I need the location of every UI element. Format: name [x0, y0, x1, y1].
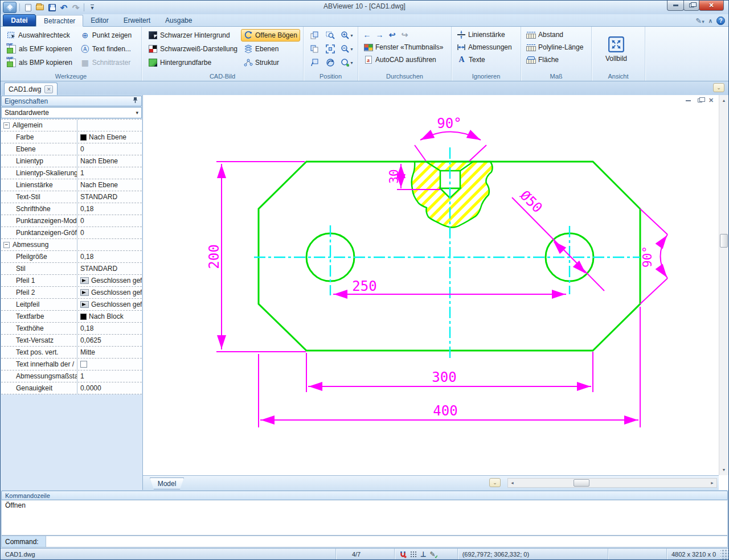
property-value[interactable]: 0 — [77, 143, 142, 155]
collapse-icon[interactable]: − — [3, 242, 10, 248]
property-value[interactable]: Nach Ebene — [77, 179, 142, 191]
auswahlrechteck-button[interactable]: Auswahlrechteck — [4, 29, 75, 42]
fit-to-window-button[interactable] — [323, 43, 338, 55]
rotate-angle-button[interactable] — [306, 56, 323, 69]
checkbox[interactable] — [80, 361, 87, 368]
help-button[interactable]: ? — [716, 17, 725, 25]
property-value[interactable]: 1 — [77, 370, 142, 382]
undo-button[interactable]: ↶ — [59, 3, 69, 13]
redo-button[interactable]: ↷ — [71, 3, 81, 13]
snap-magnet-icon[interactable] — [399, 551, 407, 558]
zoom-extents-button[interactable]: ▾ — [338, 56, 356, 69]
fenster-thumbnails-button[interactable]: Fenster «Thumbnails» — [361, 41, 449, 53]
previous-view-button[interactable]: ← — [362, 30, 372, 40]
schnittraster-button[interactable]: ▦ Schnittraster — [77, 56, 134, 69]
model-tab[interactable]: Model — [150, 477, 184, 489]
vertical-scroll-thumb[interactable] — [720, 234, 728, 248]
open-file-button[interactable] — [35, 3, 45, 13]
als-emf-kopieren-button[interactable]: EMF als EMF kopieren — [4, 43, 75, 55]
property-value[interactable]: Geschlossen gefüll — [77, 299, 142, 310]
texte-button[interactable]: A Texte — [454, 53, 518, 66]
abmessungen-button[interactable]: Abmessungen — [454, 41, 518, 53]
resize-grip[interactable] — [720, 549, 728, 560]
collapse-icon[interactable]: − — [3, 122, 10, 129]
save-button[interactable] — [47, 3, 57, 13]
scroll-down-icon[interactable]: ▼ — [719, 466, 728, 474]
jump-forward-button[interactable]: ↪ — [399, 30, 410, 40]
pen-settings-button[interactable]: ✎▾ — [695, 17, 704, 25]
minimize-button[interactable] — [667, 1, 684, 11]
drawing-canvas[interactable]: 200 90° 30 Ø50 90° 250 300 400 ✕ ▲ ▼ — [143, 95, 728, 490]
preset-dropdown[interactable]: Standardwerte ▾ — [1, 107, 142, 118]
tab-list-chevron-button[interactable]: ⌄ — [713, 83, 724, 92]
layout-list-chevron-button[interactable]: ⌄ — [489, 478, 501, 487]
new-file-button[interactable] — [23, 3, 33, 13]
property-value[interactable] — [77, 359, 142, 370]
property-value[interactable]: Geschlossen gefüll — [77, 275, 142, 286]
pan-view-button[interactable] — [323, 56, 338, 69]
pin-icon[interactable] — [132, 97, 138, 105]
horizontal-scroll-thumb[interactable] — [574, 479, 589, 487]
punkt-zeigen-button[interactable]: ⊕ Punkt zeigen — [77, 29, 134, 42]
property-section-header[interactable]: −Abmessung — [1, 238, 142, 250]
text-finden-button[interactable]: Ⓐ Text finden... — [77, 43, 134, 55]
command-input[interactable] — [46, 536, 727, 547]
property-value[interactable]: Nach Ebene — [77, 131, 142, 143]
child-close-button[interactable]: ✕ — [707, 97, 715, 104]
zoom-out-button[interactable]: ▾ — [338, 43, 356, 55]
close-document-icon[interactable]: ✕ — [44, 85, 53, 93]
minimize-ribbon-button[interactable]: ∧ — [708, 18, 712, 24]
property-value[interactable]: 0 — [77, 227, 142, 238]
close-button[interactable]: ✕ — [699, 1, 724, 11]
property-value[interactable]: 0,18 — [77, 251, 142, 262]
property-value[interactable]: 1 — [77, 167, 142, 179]
draw-mode-icon[interactable]: ✎ — [429, 550, 435, 558]
tab-ausgabe[interactable]: Ausgabe — [158, 14, 199, 26]
cad-drawing[interactable]: 200 90° 30 Ø50 90° 250 300 400 — [143, 95, 719, 475]
vertical-scrollbar[interactable]: ▲ ▼ — [719, 95, 728, 475]
property-value[interactable]: Mitte — [77, 347, 142, 358]
als-bmp-kopieren-button[interactable]: BMP als BMP kopieren — [4, 56, 75, 69]
scroll-up-icon[interactable]: ▲ — [719, 96, 728, 105]
schwarzer-hintergrund-button[interactable]: Schwarzer Hintergrund — [145, 29, 239, 42]
tab-betrachter[interactable]: Betrachter — [36, 15, 83, 27]
vollbild-button[interactable]: Vollbild — [594, 28, 638, 69]
copy-view-button[interactable] — [306, 43, 323, 55]
next-view-button[interactable]: → — [374, 30, 385, 40]
ortho-icon[interactable]: ⊥ — [420, 550, 426, 558]
linienstaerke-button[interactable]: Linienstärke — [454, 28, 518, 41]
rotate-page-button[interactable] — [306, 29, 323, 42]
document-tab-cad1[interactable]: CAD1.dwg ✕ — [4, 83, 58, 95]
property-value[interactable]: 0,0625 — [77, 335, 142, 346]
tab-erweitert[interactable]: Erweitert — [116, 14, 158, 26]
tab-datei[interactable]: Datei — [3, 14, 36, 26]
schwarzweiss-darstellung-button[interactable]: Schwarzweiß-Darstellung — [145, 43, 239, 55]
tab-editor[interactable]: Editor — [83, 14, 116, 26]
scroll-left-icon[interactable]: ◄ — [508, 479, 517, 487]
offene-boegen-button[interactable]: Offene Bögen — [241, 29, 300, 42]
autocad-ausfuehren-button[interactable]: a AutoCAD ausführen — [361, 53, 449, 66]
property-value[interactable]: Geschlossen gefüll — [77, 287, 142, 298]
zoom-in-button[interactable]: ▾ — [338, 29, 356, 42]
child-minimize-button[interactable] — [685, 97, 692, 104]
property-value[interactable]: Nach Ebene — [77, 155, 142, 167]
hintergrundfarbe-button[interactable]: Hintergrundfarbe — [145, 56, 239, 69]
restore-button[interactable] — [683, 1, 699, 11]
abstand-button[interactable]: Abstand — [523, 28, 589, 41]
customize-toolbar-button[interactable]: ▾ — [87, 3, 97, 13]
zoom-window-button[interactable] — [323, 29, 338, 42]
horizontal-scrollbar[interactable]: ◄ ► — [507, 478, 717, 488]
property-value[interactable]: 0,18 — [77, 323, 142, 334]
property-value[interactable]: STANDARD — [77, 191, 142, 203]
grid-icon[interactable] — [410, 551, 417, 558]
polyline-laenge-button[interactable]: Polyline-Länge — [523, 41, 589, 53]
child-restore-button[interactable] — [696, 97, 703, 104]
ebenen-button[interactable]: Ebenen — [241, 43, 300, 55]
property-value[interactable]: 0,18 — [77, 203, 142, 215]
property-value[interactable]: 0.0000 — [77, 382, 142, 394]
property-value[interactable]: STANDARD — [77, 263, 142, 274]
property-value[interactable]: Nach Block — [77, 311, 142, 322]
property-value[interactable]: 0 — [77, 215, 142, 227]
property-section-header[interactable]: −Allgemein — [1, 119, 142, 131]
scroll-right-icon[interactable]: ► — [708, 479, 716, 487]
